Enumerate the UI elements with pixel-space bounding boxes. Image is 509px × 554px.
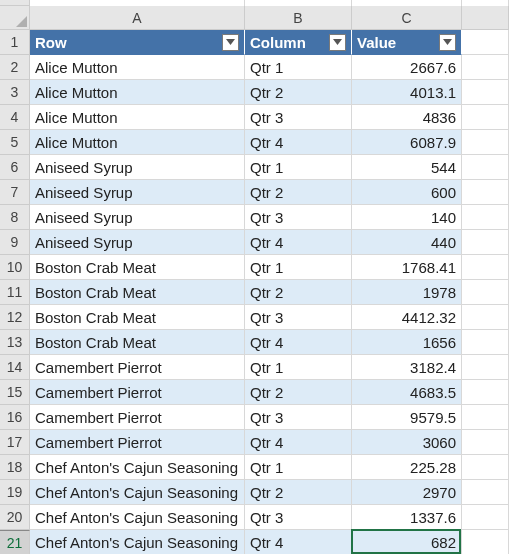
cell-column[interactable]: Qtr 3 — [245, 205, 352, 230]
cell-column[interactable]: Qtr 2 — [245, 180, 352, 205]
row-header[interactable]: 11 — [0, 280, 30, 305]
cell-value[interactable]: 4013.1 — [352, 80, 462, 105]
cell-row[interactable]: Aniseed Syrup — [30, 155, 245, 180]
cell-column[interactable]: Qtr 4 — [245, 230, 352, 255]
cell-column[interactable]: Qtr 1 — [245, 355, 352, 380]
cell-value[interactable]: 1978 — [352, 280, 462, 305]
cell-value[interactable]: 9579.5 — [352, 405, 462, 430]
row-header[interactable]: 14 — [0, 355, 30, 380]
cell-value[interactable]: 3060 — [352, 430, 462, 455]
cell-empty[interactable] — [462, 355, 509, 380]
column-header-B[interactable]: B — [245, 6, 352, 30]
cell-empty[interactable] — [462, 130, 509, 155]
cell-row[interactable]: Alice Mutton — [30, 130, 245, 155]
cell-empty[interactable] — [462, 305, 509, 330]
cell-value[interactable]: 6087.9 — [352, 130, 462, 155]
cell-row[interactable]: Aniseed Syrup — [30, 180, 245, 205]
row-header[interactable]: 16 — [0, 405, 30, 430]
row-header-1[interactable]: 1 — [0, 30, 30, 55]
cell-row[interactable]: Camembert Pierrot — [30, 430, 245, 455]
cell-empty[interactable] — [462, 230, 509, 255]
cell-empty[interactable] — [462, 405, 509, 430]
cell-empty[interactable] — [462, 180, 509, 205]
cell-row[interactable]: Chef Anton's Cajun Seasoning — [30, 480, 245, 505]
row-header[interactable]: 8 — [0, 205, 30, 230]
row-header[interactable]: 21 — [0, 530, 30, 554]
cell-value[interactable]: 2667.6 — [352, 55, 462, 80]
cell-column[interactable]: Qtr 4 — [245, 430, 352, 455]
cell-column[interactable]: Qtr 2 — [245, 80, 352, 105]
cell-row[interactable]: Boston Crab Meat — [30, 280, 245, 305]
row-header[interactable]: 17 — [0, 430, 30, 455]
cell-empty[interactable] — [462, 105, 509, 130]
row-header[interactable]: 10 — [0, 255, 30, 280]
row-header[interactable]: 12 — [0, 305, 30, 330]
row-header[interactable]: 19 — [0, 480, 30, 505]
cell-row[interactable]: Chef Anton's Cajun Seasoning — [30, 530, 245, 554]
cell-row[interactable]: Camembert Pierrot — [30, 355, 245, 380]
cell-value[interactable]: 2970 — [352, 480, 462, 505]
cell-empty[interactable] — [462, 255, 509, 280]
cell-value[interactable]: 4683.5 — [352, 380, 462, 405]
select-all-corner[interactable] — [0, 6, 30, 30]
cell-row[interactable]: Alice Mutton — [30, 80, 245, 105]
cell-row[interactable]: Boston Crab Meat — [30, 305, 245, 330]
cell-value[interactable]: 4836 — [352, 105, 462, 130]
row-header[interactable]: 15 — [0, 380, 30, 405]
filter-button-row[interactable] — [222, 34, 239, 51]
cell-column[interactable]: Qtr 3 — [245, 505, 352, 530]
cell-row[interactable]: Alice Mutton — [30, 55, 245, 80]
filter-button-column[interactable] — [329, 34, 346, 51]
cell-value[interactable]: 1337.6 — [352, 505, 462, 530]
cell-empty[interactable] — [462, 430, 509, 455]
cell-row[interactable]: Chef Anton's Cajun Seasoning — [30, 505, 245, 530]
cell-row[interactable]: Aniseed Syrup — [30, 205, 245, 230]
cell-empty[interactable] — [462, 455, 509, 480]
cell-empty[interactable] — [462, 330, 509, 355]
cell-value[interactable]: 3182.4 — [352, 355, 462, 380]
cell-column[interactable]: Qtr 1 — [245, 255, 352, 280]
cell-column[interactable]: Qtr 2 — [245, 480, 352, 505]
cell-row[interactable]: Camembert Pierrot — [30, 380, 245, 405]
cell-empty[interactable] — [462, 80, 509, 105]
cell-value[interactable]: 1656 — [352, 330, 462, 355]
table-header-value[interactable]: Value — [352, 30, 462, 55]
row-header[interactable]: 9 — [0, 230, 30, 255]
cell-value[interactable]: 140 — [352, 205, 462, 230]
cell-D1[interactable] — [462, 30, 509, 55]
cell-column[interactable]: Qtr 3 — [245, 305, 352, 330]
column-header-blank[interactable] — [462, 6, 509, 30]
cell-row[interactable]: Chef Anton's Cajun Seasoning — [30, 455, 245, 480]
cell-column[interactable]: Qtr 4 — [245, 130, 352, 155]
cell-empty[interactable] — [462, 505, 509, 530]
cell-empty[interactable] — [462, 155, 509, 180]
cell-column[interactable]: Qtr 4 — [245, 530, 352, 554]
table-header-row[interactable]: Row — [30, 30, 245, 55]
cell-empty[interactable] — [462, 530, 509, 554]
row-header[interactable]: 13 — [0, 330, 30, 355]
spreadsheet-grid[interactable]: A B C 1 Row Column Value 2Alice MuttonQt… — [0, 0, 509, 554]
row-header[interactable]: 20 — [0, 505, 30, 530]
cell-column[interactable]: Qtr 2 — [245, 280, 352, 305]
row-header[interactable]: 7 — [0, 180, 30, 205]
cell-column[interactable]: Qtr 3 — [245, 405, 352, 430]
row-header[interactable]: 5 — [0, 130, 30, 155]
cell-column[interactable]: Qtr 2 — [245, 380, 352, 405]
cell-value[interactable]: 544 — [352, 155, 462, 180]
cell-column[interactable]: Qtr 3 — [245, 105, 352, 130]
row-header[interactable]: 4 — [0, 105, 30, 130]
cell-value[interactable]: 225.28 — [352, 455, 462, 480]
filter-button-value[interactable] — [439, 34, 456, 51]
cell-column[interactable]: Qtr 1 — [245, 155, 352, 180]
cell-value[interactable]: 4412.32 — [352, 305, 462, 330]
cell-empty[interactable] — [462, 280, 509, 305]
cell-empty[interactable] — [462, 205, 509, 230]
cell-column[interactable]: Qtr 4 — [245, 330, 352, 355]
cell-row[interactable]: Aniseed Syrup — [30, 230, 245, 255]
cell-row[interactable]: Boston Crab Meat — [30, 255, 245, 280]
cell-row[interactable]: Camembert Pierrot — [30, 405, 245, 430]
row-header[interactable]: 18 — [0, 455, 30, 480]
cell-empty[interactable] — [462, 480, 509, 505]
cell-value[interactable]: 600 — [352, 180, 462, 205]
cell-row[interactable]: Alice Mutton — [30, 105, 245, 130]
